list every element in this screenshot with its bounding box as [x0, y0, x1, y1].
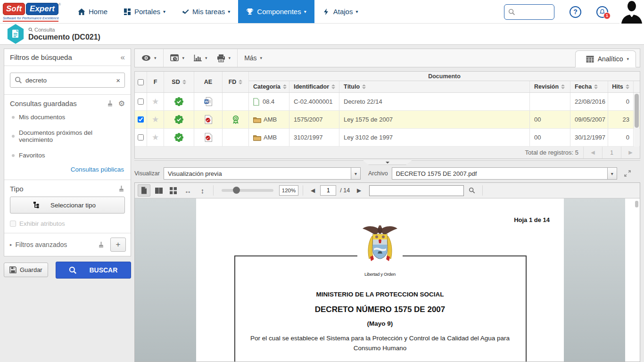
row-checkbox[interactable]	[138, 99, 144, 105]
row-checkbox[interactable]	[138, 134, 144, 140]
thumbnails-button[interactable]	[167, 184, 180, 197]
document-module-badge	[7, 24, 25, 44]
scrollbar-thumb[interactable]	[635, 94, 639, 128]
splitter-handle[interactable]	[363, 160, 412, 165]
save-query-label: Guardar	[20, 266, 42, 273]
global-search-input[interactable]	[517, 8, 550, 16]
advanced-filters-label[interactable]: Filtros avanzados	[16, 241, 98, 248]
col-header-identificador[interactable]: Identificador	[289, 81, 339, 92]
fullscreen-button[interactable]	[624, 170, 631, 177]
table-scrollbar[interactable]	[634, 93, 639, 147]
find-in-document-input[interactable]	[369, 185, 464, 196]
col-header-categoria[interactable]: Categoría	[249, 81, 289, 92]
pdf-canvas-area[interactable]: Hoja 1 de 14	[135, 198, 640, 362]
filters-panel: Filtros de búsqueda « × Consultas guarda…	[4, 49, 131, 256]
single-page-button[interactable]	[138, 184, 150, 197]
col-header-fd[interactable]: FD	[223, 72, 249, 92]
scrollbar-thumb[interactable]	[635, 201, 638, 207]
gear-icon[interactable]: ⚙	[118, 100, 125, 107]
view-mode-tab[interactable]: Analítico ▾	[575, 50, 636, 67]
softexpert-logo[interactable]: Soft Expert ® Software for Performance E…	[0, 0, 61, 23]
table-row[interactable]: ★ W 08.4 C-02.4000001 Decreto 22/14 22/0…	[135, 93, 640, 111]
prev-page-button[interactable]: ◀	[583, 147, 602, 158]
clear-search-icon[interactable]: ×	[116, 76, 120, 84]
nav-item-portales[interactable]: Portales ▾	[116, 0, 173, 23]
print-button[interactable]: ▾	[212, 49, 236, 67]
clean-filter-icon[interactable]	[98, 241, 105, 248]
select-type-button[interactable]: Seleccionar tipo	[10, 197, 125, 214]
col-header-fecha[interactable]: Fecha	[570, 81, 608, 92]
buscar-button[interactable]: BUSCAR	[56, 262, 131, 279]
nav-item-componentes[interactable]: Componentes ▾	[238, 0, 314, 23]
zoom-slider-knob[interactable]	[233, 187, 240, 194]
current-page-button[interactable]: 1	[602, 147, 621, 158]
nav-item-mis-tareas[interactable]: Mis tareas ▾	[173, 0, 238, 23]
public-queries-link[interactable]: Consultas públicas	[10, 163, 125, 174]
table-row-selected[interactable]: ★ AMB 1575/2007 Ley 1575 de 2007 00 09/0…	[135, 111, 640, 129]
favorite-star-icon[interactable]: ★	[152, 97, 159, 107]
exhibit-attributes-checkbox[interactable]	[10, 221, 16, 227]
main-area: Filtros de búsqueda « × Consultas guarda…	[0, 45, 644, 362]
chart-button[interactable]: ▾	[189, 49, 212, 67]
row-checkbox[interactable]	[138, 116, 144, 123]
panel-splitter[interactable]	[134, 160, 640, 165]
filter-search-input[interactable]	[25, 77, 113, 84]
clean-filter-icon[interactable]	[118, 185, 125, 192]
facing-pages-button[interactable]	[152, 184, 165, 197]
table-row[interactable]: ★ AMB 3102/1997 Ley 3102 de 1997 00 30/1…	[135, 129, 640, 147]
help-label: ?	[573, 8, 578, 16]
prev-page-button[interactable]: ◀	[307, 187, 318, 194]
select-all-checkbox[interactable]	[138, 79, 144, 85]
type-section: Tipo Seleccionar tipo Exhibir atributos	[4, 180, 131, 233]
visualizar-select[interactable]: Visualización previa ▾	[164, 167, 361, 180]
chevron-down-icon: ▾	[205, 56, 207, 60]
col-header-ae[interactable]: AE	[194, 72, 223, 92]
sidebar-search-box[interactable]: ×	[10, 73, 125, 88]
next-page-button[interactable]: ▶	[354, 187, 364, 194]
save-query-button[interactable]: Guardar	[4, 263, 48, 277]
col-header-titulo[interactable]: Título	[339, 81, 530, 92]
find-button[interactable]	[466, 185, 478, 196]
fit-width-button[interactable]: ↔	[182, 184, 194, 197]
search-icon	[508, 8, 515, 16]
favorite-star-icon[interactable]: ★	[152, 115, 159, 124]
col-header-sd[interactable]: SD	[164, 72, 194, 92]
page-number-input[interactable]	[320, 185, 336, 196]
collapse-sidebar-icon[interactable]: «	[121, 53, 125, 61]
save-icon	[9, 266, 17, 273]
global-search-box[interactable]	[504, 4, 554, 20]
results-table: F SD AE FD Documento Categoría Identific…	[134, 71, 640, 159]
favorite-star-icon[interactable]: ★	[152, 132, 159, 142]
nav-item-home[interactable]: Home	[70, 0, 116, 23]
col-header-f[interactable]: F	[147, 72, 164, 92]
help-button[interactable]: ?	[570, 6, 581, 18]
expand-arrow-icon[interactable]: ▸	[10, 242, 12, 247]
view-record-button[interactable]: ▾	[137, 49, 161, 67]
logo-wordmark: Soft Expert ®	[3, 3, 58, 15]
pdf-viewer: ↔ ↕ 120% ◀ / 14 ▶ Hoja 1 de 14	[134, 182, 640, 362]
saved-query-item[interactable]: Mis documentos	[10, 109, 125, 125]
user-avatar[interactable]	[619, 0, 644, 24]
sort-icon	[283, 84, 287, 89]
visualizar-value: Visualización previa	[164, 170, 351, 177]
saved-query-item[interactable]: Favoritos	[10, 148, 125, 163]
history-button[interactable]: ▾	[165, 49, 190, 67]
notifications-button[interactable]: 1	[596, 6, 608, 18]
add-filter-button[interactable]: +	[110, 238, 126, 252]
next-page-button[interactable]: ▶	[621, 147, 640, 158]
type-title: Tipo	[10, 185, 24, 193]
more-button[interactable]: Más ▾	[239, 49, 267, 67]
fit-height-button[interactable]: ↕	[196, 184, 209, 197]
saved-query-item[interactable]: Documentos próximos del vencimiento	[10, 125, 125, 148]
pdf-scrollbar[interactable]	[625, 198, 640, 362]
archivo-label: Archivo	[368, 170, 388, 177]
lightning-icon	[322, 8, 330, 16]
col-header-hits[interactable]: Hits	[608, 81, 634, 92]
window-history-icon	[170, 54, 179, 62]
clean-filter-icon[interactable]	[107, 100, 114, 107]
zoom-slider[interactable]	[222, 189, 273, 192]
nav-item-atajos[interactable]: Atajos ▾	[314, 0, 366, 23]
col-header-revision[interactable]: Revisión	[530, 81, 570, 92]
archivo-select[interactable]: DECRETO 1575 DE 2007.pdf ▾	[392, 167, 617, 180]
ribbon-medal-icon	[232, 115, 239, 124]
